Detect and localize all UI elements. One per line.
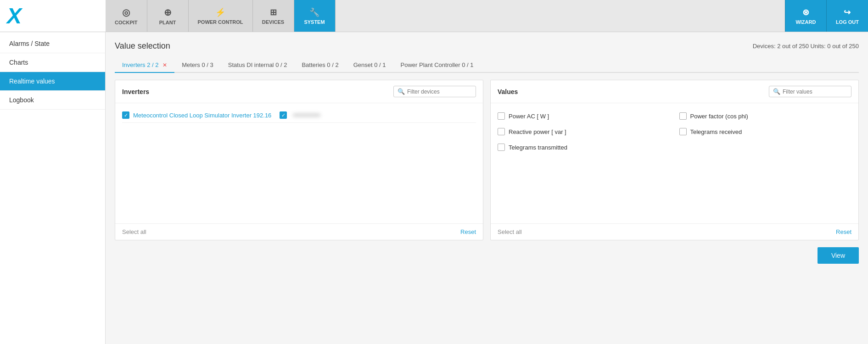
bottom-bar: View bbox=[115, 240, 859, 266]
value-item-power-factor: Power factor (cos phi) bbox=[679, 110, 852, 122]
nav-tab-cockpit[interactable]: COCKPIT bbox=[106, 0, 147, 32]
nav-tab-system[interactable]: SYSTEM bbox=[294, 0, 336, 32]
main-layout: Alarms / State Charts Realtime values Lo… bbox=[0, 32, 868, 344]
value-label-telegrams-transmitted[interactable]: Telegrams transmitted bbox=[509, 144, 567, 151]
right-panel-header: Values 🔍 bbox=[491, 80, 858, 103]
left-filter-field[interactable] bbox=[407, 89, 471, 95]
tab-ppc[interactable]: Power Plant Controller 0 / 1 bbox=[393, 58, 481, 73]
page-title: Value selection bbox=[115, 41, 170, 51]
reset-left[interactable]: Reset bbox=[460, 228, 476, 235]
header: X COCKPIT PLANT POWER CONTROL DEVICES SY… bbox=[0, 0, 868, 32]
logout-button[interactable]: LOG OUT bbox=[826, 0, 868, 32]
cockpit-icon bbox=[122, 7, 130, 18]
tab-meters[interactable]: Meters 0 / 3 bbox=[174, 58, 221, 73]
search-icon-right: 🔍 bbox=[773, 88, 780, 95]
left-panel-title: Inverters bbox=[122, 88, 149, 95]
select-all-right[interactable]: Select all bbox=[498, 228, 522, 235]
value-checkbox-telegrams-transmitted[interactable] bbox=[498, 144, 505, 151]
values-grid: Power AC [ W ] Power factor (cos phi) Re… bbox=[498, 108, 851, 155]
power-icon bbox=[215, 7, 225, 17]
tab-batteries[interactable]: Batteries 0 / 2 bbox=[294, 58, 346, 73]
tab-status-di[interactable]: Status DI internal 0 / 2 bbox=[221, 58, 295, 73]
wizard-button[interactable]: WIZARD bbox=[785, 0, 826, 32]
value-label-power-ac[interactable]: Power AC [ W ] bbox=[509, 113, 549, 120]
devices-icon bbox=[270, 7, 277, 17]
header-right: WIZARD LOG OUT bbox=[785, 0, 868, 32]
value-item-telegrams-transmitted: Telegrams transmitted bbox=[498, 141, 670, 153]
panels: Inverters 🔍 Meteocontrol Closed Loop Sim… bbox=[115, 80, 859, 240]
nav-tab-label-system: SYSTEM bbox=[304, 19, 325, 25]
system-icon bbox=[309, 7, 319, 17]
tab-genset[interactable]: Genset 0 / 1 bbox=[346, 58, 393, 73]
sidebar-item-charts[interactable]: Charts bbox=[0, 53, 105, 72]
nav-tab-label-cockpit: COCKPIT bbox=[115, 20, 138, 25]
search-icon-left: 🔍 bbox=[398, 88, 405, 95]
nav-tab-label-power-control: POWER CONTROL bbox=[198, 19, 243, 25]
nav-tabs: COCKPIT PLANT POWER CONTROL DEVICES SYST… bbox=[106, 0, 336, 32]
value-checkbox-power-factor[interactable] bbox=[679, 112, 687, 120]
wizard-icon bbox=[802, 7, 809, 17]
tabs-bar: Inverters 2 / 2 ✕ Meters 0 / 3 Status DI… bbox=[115, 58, 859, 73]
logo-area: X bbox=[0, 0, 106, 32]
value-item-power-ac: Power AC [ W ] bbox=[498, 110, 670, 122]
plant-icon bbox=[164, 7, 172, 18]
sidebar-item-logbook[interactable]: Logbook bbox=[0, 91, 105, 110]
left-panel-header: Inverters 🔍 bbox=[115, 80, 483, 103]
table-row: Meteocontrol Closed Loop Simulator Inver… bbox=[122, 108, 476, 123]
tab-inverters[interactable]: Inverters 2 / 2 ✕ bbox=[115, 58, 174, 73]
nav-tab-power-control[interactable]: POWER CONTROL bbox=[189, 0, 253, 32]
left-panel-footer: Select all Reset bbox=[115, 223, 483, 240]
tab-close-inverters[interactable]: ✕ bbox=[162, 62, 167, 68]
device-info: Devices: 2 out of 250 Units: 0 out of 25… bbox=[753, 43, 859, 50]
nav-tab-devices[interactable]: DEVICES bbox=[253, 0, 294, 32]
device-checkbox-1[interactable] bbox=[122, 111, 129, 119]
right-panel: Values 🔍 Power AC [ W ] Po bbox=[490, 80, 859, 240]
right-panel-title: Values bbox=[498, 88, 518, 95]
left-filter-input[interactable]: 🔍 bbox=[393, 86, 476, 97]
sidebar: Alarms / State Charts Realtime values Lo… bbox=[0, 32, 106, 344]
right-panel-footer: Select all Reset bbox=[491, 223, 858, 240]
value-checkbox-reactive-power[interactable] bbox=[498, 128, 505, 135]
device-tag-checkbox-1[interactable] bbox=[280, 111, 287, 119]
value-checkbox-telegrams-received[interactable] bbox=[679, 128, 687, 135]
right-filter-field[interactable] bbox=[783, 89, 847, 95]
device-tag-1 bbox=[293, 114, 320, 117]
content-header: Value selection Devices: 2 out of 250 Un… bbox=[115, 41, 859, 51]
value-label-telegrams-received[interactable]: Telegrams received bbox=[690, 128, 742, 135]
nav-tab-label-plant: PLANT bbox=[159, 20, 176, 25]
value-item-telegrams-received: Telegrams received bbox=[679, 126, 852, 138]
logout-icon bbox=[844, 7, 851, 17]
sidebar-item-realtime-values[interactable]: Realtime values bbox=[0, 72, 105, 91]
right-panel-body: Power AC [ W ] Power factor (cos phi) Re… bbox=[491, 103, 858, 223]
device-name-1[interactable]: Meteocontrol Closed Loop Simulator Inver… bbox=[133, 112, 271, 119]
reset-right[interactable]: Reset bbox=[836, 228, 851, 235]
logo: X bbox=[7, 5, 22, 27]
nav-tab-label-devices: DEVICES bbox=[262, 19, 284, 25]
left-panel: Inverters 🔍 Meteocontrol Closed Loop Sim… bbox=[115, 80, 483, 240]
logout-label: LOG OUT bbox=[836, 19, 859, 25]
left-panel-body: Meteocontrol Closed Loop Simulator Inver… bbox=[115, 103, 483, 223]
sidebar-item-alarms-state[interactable]: Alarms / State bbox=[0, 34, 105, 53]
value-label-reactive-power[interactable]: Reactive power [ var ] bbox=[509, 128, 566, 135]
value-label-power-factor[interactable]: Power factor (cos phi) bbox=[690, 113, 748, 120]
wizard-label: WIZARD bbox=[795, 19, 816, 25]
view-button[interactable]: View bbox=[818, 247, 859, 264]
content-area: Value selection Devices: 2 out of 250 Un… bbox=[106, 32, 868, 344]
nav-tab-plant[interactable]: PLANT bbox=[147, 0, 189, 32]
value-checkbox-power-ac[interactable] bbox=[498, 112, 505, 120]
right-filter-input[interactable]: 🔍 bbox=[769, 86, 851, 97]
select-all-left[interactable]: Select all bbox=[122, 228, 146, 235]
value-item-reactive-power: Reactive power [ var ] bbox=[498, 126, 670, 138]
